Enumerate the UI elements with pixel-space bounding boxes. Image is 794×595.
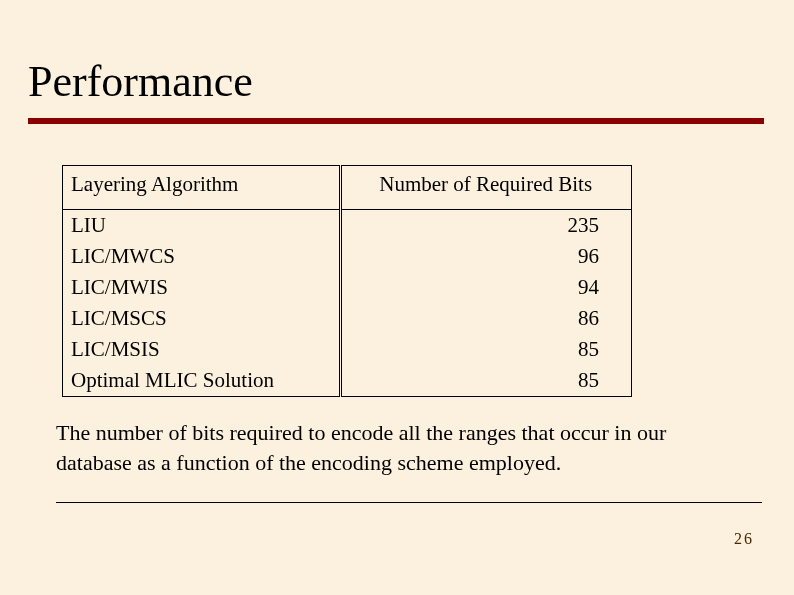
cell-algo: LIC/MWCS <box>63 241 341 272</box>
cell-algo: LIU <box>63 210 341 242</box>
cell-algo: LIC/MSIS <box>63 334 341 365</box>
footer-rule <box>56 502 762 503</box>
cell-bits: 235 <box>341 210 632 242</box>
cell-bits: 86 <box>341 303 632 334</box>
page-number: 26 <box>734 530 754 548</box>
table-header-row: Layering Algorithm Number of Required Bi… <box>63 166 632 210</box>
cell-bits: 85 <box>341 365 632 397</box>
cell-algo: LIC/MWIS <box>63 272 341 303</box>
table-row: LIC/MSIS 85 <box>63 334 632 365</box>
cell-bits: 96 <box>341 241 632 272</box>
cell-bits: 94 <box>341 272 632 303</box>
table-row: LIU 235 <box>63 210 632 242</box>
slide: Performance Layering Algorithm Number of… <box>0 0 794 595</box>
col-header-algorithm: Layering Algorithm <box>63 166 341 210</box>
cell-algo: LIC/MSCS <box>63 303 341 334</box>
table-row: LIC/MSCS 86 <box>63 303 632 334</box>
table-row: Optimal MLIC Solution 85 <box>63 365 632 397</box>
cell-bits: 85 <box>341 334 632 365</box>
table-row: LIC/MWCS 96 <box>63 241 632 272</box>
table-caption: The number of bits required to encode al… <box>56 418 720 477</box>
performance-table: Layering Algorithm Number of Required Bi… <box>62 165 632 397</box>
col-header-bits: Number of Required Bits <box>341 166 632 210</box>
table-row: LIC/MWIS 94 <box>63 272 632 303</box>
slide-title: Performance <box>28 56 253 107</box>
cell-algo: Optimal MLIC Solution <box>63 365 341 397</box>
title-underline <box>28 118 764 124</box>
